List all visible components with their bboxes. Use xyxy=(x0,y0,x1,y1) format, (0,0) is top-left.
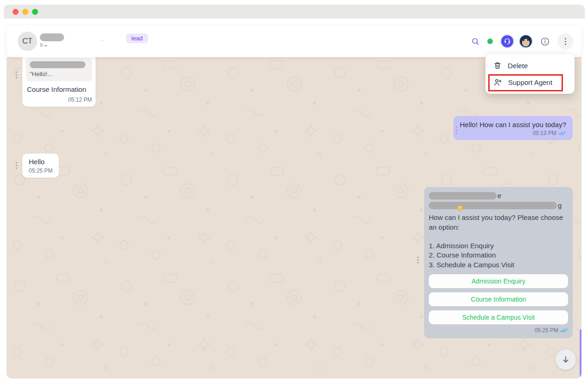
message-time: 05:25 PM xyxy=(29,167,52,174)
message-menu-dots[interactable] xyxy=(417,257,419,264)
person-add-icon xyxy=(493,78,502,87)
message-template-card[interactable]: "Hello!... Course Information 05:12 PM xyxy=(22,57,96,107)
chat-scrollbar-thumb[interactable] xyxy=(580,329,582,379)
contact-phone: 9 xyxy=(40,42,47,48)
redaction-suffix: g xyxy=(558,201,562,209)
scroll-to-bottom-button[interactable] xyxy=(556,349,576,370)
lead-badge: lead xyxy=(126,33,148,43)
menu-item-label: Support Agent xyxy=(508,78,552,86)
menu-item-support-agent[interactable]: Support Agent xyxy=(485,74,575,91)
redaction-suffix: e xyxy=(498,192,501,200)
menu-item-delete[interactable]: Delete xyxy=(485,57,575,74)
bot-avatar[interactable] xyxy=(519,34,533,48)
search-icon[interactable] xyxy=(471,37,480,46)
zoom-window-button[interactable] xyxy=(32,9,38,15)
contact-name-redacted xyxy=(40,33,64,41)
read-receipt-double-check-icon xyxy=(558,130,566,136)
message-text: Hello! How can I assist you today? xyxy=(460,121,566,129)
message-time: 05:13 PM xyxy=(533,130,556,136)
message-menu-dots[interactable] xyxy=(16,162,17,169)
minimize-window-button[interactable] xyxy=(22,9,28,15)
contact-avatar[interactable]: CT xyxy=(18,32,37,51)
quick-reply-course-information-button[interactable]: Course Information xyxy=(429,292,568,306)
bot-avatar-eyes xyxy=(523,39,529,41)
chat-header: CT 9 . lead xyxy=(6,26,582,57)
redacted-emoji xyxy=(458,206,463,211)
options-list: 1. Admission Enquiry 2. Course Informati… xyxy=(429,241,568,270)
online-status-dot xyxy=(487,39,493,44)
read-receipt-double-check-icon xyxy=(560,328,568,333)
redacted-text xyxy=(429,192,497,200)
message-text: Course Information xyxy=(27,85,91,93)
window-title-bar xyxy=(4,5,585,19)
redacted-text xyxy=(30,61,85,68)
option-line: 1. Admission Enquiry xyxy=(429,241,568,251)
message-text: Hello xyxy=(29,158,52,166)
incoming-message[interactable]: Hello 05:25 PM xyxy=(22,154,59,178)
context-menu: Delete Support Agent xyxy=(485,54,575,94)
outgoing-interactive-message[interactable]: e g How can I assist you today? Please c… xyxy=(424,187,573,338)
trash-icon xyxy=(493,61,502,70)
redacted-text xyxy=(429,202,557,209)
quote-text: "Hello!... xyxy=(30,71,88,77)
close-window-button[interactable] xyxy=(13,9,19,15)
option-line: 3. Schedule a Campus Visit xyxy=(429,260,568,270)
option-line: 2. Course Information xyxy=(429,251,568,260)
message-menu-dots[interactable] xyxy=(456,127,457,134)
headset-icon xyxy=(503,37,511,45)
chat-area: "Hello!... Course Information 05:12 PM H… xyxy=(6,57,582,379)
outgoing-message[interactable]: Hello! How can I assist you today? 05:13… xyxy=(453,116,573,140)
support-agent-avatar[interactable] xyxy=(500,34,514,48)
quick-reply-admission-enquiry-button[interactable]: Admission Enquiry xyxy=(429,274,568,288)
quoted-reply-block[interactable]: "Hello!... xyxy=(26,58,92,81)
quick-reply-schedule-campus-visit-button[interactable]: Schedule a Campus Visit xyxy=(429,310,568,324)
message-time: 05:25 PM xyxy=(535,327,558,334)
menu-item-label: Delete xyxy=(508,62,528,70)
kebab-menu-button[interactable] xyxy=(557,33,573,49)
info-icon[interactable] xyxy=(540,37,550,46)
phone-redaction xyxy=(44,45,47,46)
redaction-artifact: . xyxy=(102,36,103,42)
arrow-down-icon xyxy=(561,355,570,364)
message-time: 05:12 PM xyxy=(68,97,92,103)
message-text: How can I assist you today? Please choos… xyxy=(429,213,568,232)
message-menu-dots[interactable] xyxy=(16,71,17,78)
